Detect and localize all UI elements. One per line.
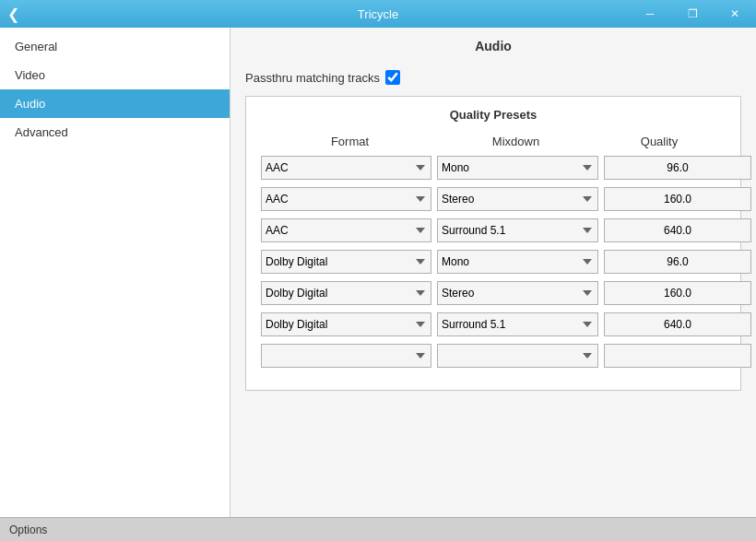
mixdown-select-4[interactable]: MonoStereoSurround 5.1 [437,250,598,274]
main-content: General Video Audio Advanced Audio Passt… [0,28,756,517]
preset-row-2: AACDolby DigitalMP3 MonoStereoSurround 5… [261,187,726,211]
titlebar-title: Tricycle [358,7,398,21]
quality-presets-title: Quality Presets [261,108,726,122]
sidebar-item-audio[interactable]: Audio [0,89,230,118]
preset-row-7: AACDolby Digital MonoStereo [261,344,726,368]
statusbar-label: Options [9,523,47,536]
format-select-7[interactable]: AACDolby Digital [261,344,431,368]
statusbar: Options [0,517,756,541]
quality-input-3[interactable] [604,218,751,242]
sidebar-item-video[interactable]: Video [0,61,230,89]
quality-input-5[interactable] [604,281,751,305]
col-header-quality: Quality [597,135,722,148]
close-button[interactable]: ✕ [714,0,756,28]
preset-row-5: AACDolby DigitalMP3 MonoStereoSurround 5… [261,281,726,305]
preset-row-1: AACDolby DigitalMP3 MonoStereoSurround 5… [261,156,726,180]
quality-input-2[interactable] [604,187,751,211]
back-button[interactable]: ❮ [7,6,19,23]
mixdown-select-3[interactable]: MonoStereoSurround 5.1 [437,218,598,242]
passthru-label: Passthru matching tracks [245,71,380,85]
mixdown-select-7[interactable]: MonoStereo [437,344,598,368]
passthru-checkbox[interactable] [385,70,400,85]
format-select-3[interactable]: AACDolby DigitalMP3 [261,218,431,242]
mixdown-select-1[interactable]: MonoStereoSurround 5.1 [437,156,598,180]
preset-row-6: AACDolby DigitalMP3 MonoStereoSurround 5… [261,312,726,336]
format-select-5[interactable]: AACDolby DigitalMP3 [261,281,431,305]
titlebar-controls: ─ ❐ ✕ [629,0,756,28]
format-select-6[interactable]: AACDolby DigitalMP3 [261,312,431,336]
content-area: Audio Passthru matching tracks Quality P… [230,28,756,517]
content-body: Passthru matching tracks Quality Presets… [230,61,756,517]
quality-presets-box: Quality Presets Format Mixdown Quality A… [245,96,741,391]
quality-input-7[interactable] [604,344,751,368]
presets-header: Format Mixdown Quality [261,135,726,148]
preset-row-4: AACDolby DigitalMP3 MonoStereoSurround 5… [261,250,726,274]
preset-row-3: AACDolby DigitalMP3 MonoStereoSurround 5… [261,218,726,242]
quality-input-6[interactable] [604,312,751,336]
minimize-button[interactable]: ─ [629,0,671,28]
col-header-mixdown: Mixdown [435,135,597,148]
mixdown-select-6[interactable]: MonoStereoSurround 5.1 [437,312,598,336]
quality-input-1[interactable] [604,156,751,180]
format-select-1[interactable]: AACDolby DigitalMP3 [261,156,431,180]
content-header: Audio [230,28,756,61]
mixdown-select-2[interactable]: MonoStereoSurround 5.1 [437,187,598,211]
col-header-format: Format [265,135,435,148]
passthru-row: Passthru matching tracks [245,61,741,96]
restore-button[interactable]: ❐ [671,0,714,28]
sidebar: General Video Audio Advanced [0,28,230,517]
sidebar-item-general[interactable]: General [0,32,230,61]
titlebar: ❮ Tricycle ─ ❐ ✕ [0,0,756,28]
sidebar-item-advanced[interactable]: Advanced [0,118,230,147]
format-select-4[interactable]: AACDolby DigitalMP3 [261,250,431,274]
format-select-2[interactable]: AACDolby DigitalMP3 [261,187,431,211]
mixdown-select-5[interactable]: MonoStereoSurround 5.1 [437,281,598,305]
quality-input-4[interactable] [604,250,751,274]
